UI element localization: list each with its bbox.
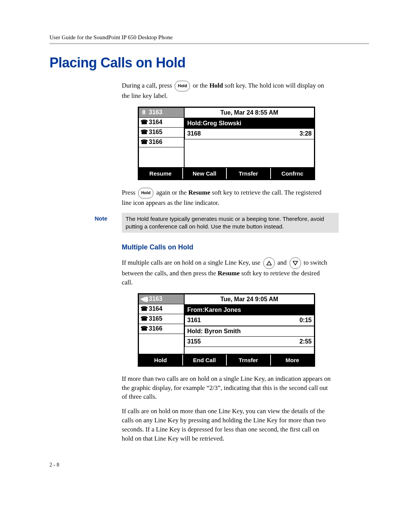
softkey-row: Hold End Call Trnsfer More [139,354,314,366]
line-key-4: ☎3166 [139,324,184,334]
section-heading: Placing Calls on Hold [49,55,369,71]
softkey-row: Resume New Call Trnsfer Confrnc [139,167,314,179]
line-key-3: ☎3165 [139,314,184,324]
softkey-hold: Hold [139,355,183,366]
line-key-label: 3164 [149,305,162,313]
call-number-row: 31683:28 [185,128,314,139]
note-label: Note [49,213,122,222]
bold-text: Hold [209,82,223,89]
lcd-titlebar: Tue, Mar 24 9:05 AM [185,294,314,305]
text: again or the [156,189,188,196]
lcd-titlebar: Tue, Mar 24 8:55 AM [185,108,314,118]
note-block: Note The Hold feature typically generate… [49,213,369,233]
softkey-transfer: Trnsfer [227,355,271,366]
hold-icon: ⏸ [140,108,147,117]
hold-button-icon: Hold [175,81,190,91]
hold-button-icon: Hold [138,188,153,198]
line-key-4: ☎3166 [139,137,184,147]
line-key-label: 3165 [149,128,162,136]
softkey-resume: Resume [139,168,183,179]
note-body: The Hold feature typically generates mus… [122,213,339,233]
text: and [277,259,288,266]
phone-icon: ☎ [140,324,147,333]
line-key-label: 3166 [149,324,162,333]
line-key-label: 3164 [149,118,162,126]
call2-header: Hold: Byron Smith [185,326,314,336]
softkey-end-call: End Call [183,355,227,366]
line-key-label: 3166 [149,138,162,146]
text: During a call, press [122,82,174,89]
softkey-more: More [271,355,314,366]
bold-text: Resume [188,189,210,196]
phone-screen-1: ⏸3163 ☎3164 ☎3165 ☎3166 Tue, Mar 24 8:55… [138,107,315,180]
bold-text: Resume [218,270,240,277]
line-key-label: 3163 [149,108,162,117]
line-key-label: 3163 [149,295,162,303]
phone-icon: ☎ [140,315,147,323]
paragraph-3: If multiple calls are on hold on a singl… [122,257,331,287]
line-key-label: 3165 [149,315,162,323]
softkey-transfer: Trnsfer [227,168,271,179]
text: Press [122,189,137,196]
call-header: Hold:Greg Slowski [185,118,314,128]
call1-header: From:Karen Jones [185,305,314,315]
page-number: 2 - 8 [49,462,369,468]
line-key-1: ◀▮3163 [139,294,184,304]
phone-icon: ☎ [140,118,147,126]
paragraph-5: If calls are on hold on more than one Li… [122,407,331,443]
softkey-new-call: New Call [183,168,227,179]
running-header: User Guide for the SoundPoint IP 650 Des… [49,34,369,41]
up-arrow-icon [263,257,275,269]
line-key-2: ☎3164 [139,118,184,128]
line-key-2: ☎3164 [139,304,184,314]
paragraph-4: If more than two calls are on hold on a … [122,374,331,401]
text: If multiple calls are on hold on a singl… [122,259,262,266]
active-call-icon: ◀▮ [140,295,147,303]
svg-marker-0 [267,261,271,265]
phone-icon: ☎ [140,305,147,313]
line-key-1: ⏸3163 [139,108,184,118]
paragraph-2: Press Hold again or the Resume soft key … [122,188,331,208]
phone-icon: ☎ [140,128,147,136]
header-rule [49,43,369,44]
call1-number-row: 31610:15 [185,315,314,325]
down-arrow-icon [290,257,301,269]
softkey-confrnc: Confrnc [271,168,314,179]
line-key-3: ☎3165 [139,128,184,137]
call2-number-row: 31552:55 [185,336,314,347]
text: or the [193,82,209,89]
paragraph-1: During a call, press Hold or the Hold so… [122,81,331,101]
phone-icon: ☎ [140,138,147,146]
phone-screen-2: ◀▮3163 ☎3164 ☎3165 ☎3166 Tue, Mar 24 9:0… [138,293,315,367]
svg-marker-1 [293,261,298,265]
sub-heading: Multiple Calls on Hold [122,243,331,252]
